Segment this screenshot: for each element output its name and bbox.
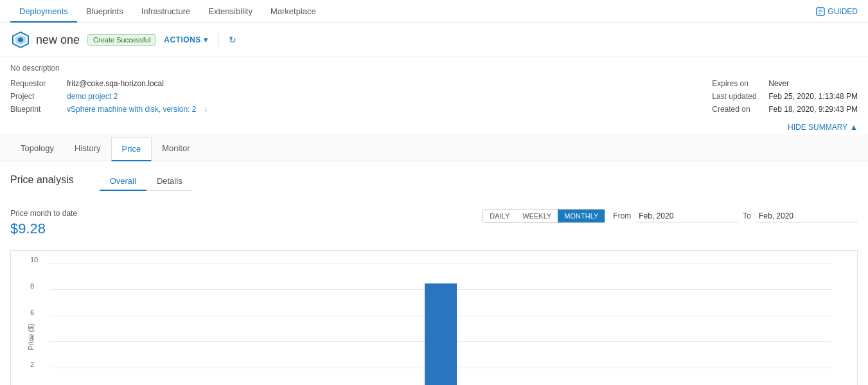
tab-topology[interactable]: Topology — [10, 137, 64, 161]
tab-extensibility[interactable]: Extensibility — [199, 1, 261, 22]
tab-monitor[interactable]: Monitor — [152, 137, 200, 161]
last-updated-value: Feb 25, 2020, 1:13:48 PM — [768, 92, 858, 101]
y-tick-10: 10 — [30, 256, 38, 264]
tab-blueprints[interactable]: Blueprints — [77, 1, 132, 22]
content-tabs: Topology History Price Monitor — [0, 136, 868, 161]
tab-history[interactable]: History — [64, 137, 111, 161]
logo-icon — [10, 30, 31, 50]
last-updated-row: Last updated Feb 25, 2020, 1:13:48 PM — [712, 92, 858, 101]
divider — [218, 33, 218, 46]
price-value: $9.28 — [10, 220, 87, 237]
daily-button[interactable]: DAILY — [483, 210, 516, 222]
to-label: To — [743, 211, 751, 220]
summary-right-fields: Expires on Never Last updated Feb 25, 20… — [712, 79, 858, 114]
status-badge: Create Successful — [87, 34, 156, 46]
y-tick-4: 4 — [30, 334, 34, 342]
price-month-to-date: Price month to date $9.28 — [10, 209, 87, 237]
chart-bar-feb2020 — [425, 283, 457, 385]
chevron-down-icon: ▾ — [204, 35, 208, 44]
tab-infrastructure[interactable]: Infrastructure — [132, 1, 200, 22]
summary-section: No description Requestor fritz@coke.sqa-… — [0, 57, 868, 136]
logo: new one — [10, 30, 80, 50]
tab-marketplace[interactable]: Marketplace — [261, 1, 325, 22]
y-tick-6: 6 — [30, 309, 34, 316]
price-controls: Price month to date $9.28 DAILY WEEKLY M… — [10, 209, 858, 237]
project-link[interactable]: demo project 2 — [67, 92, 118, 101]
date-range: From To — [613, 210, 858, 222]
blueprint-link[interactable]: vSphere machine with disk, version: 2 — [67, 105, 196, 114]
to-date-input[interactable] — [756, 210, 858, 222]
y-tick-8: 8 — [30, 282, 34, 290]
expires-row: Expires on Never — [712, 79, 858, 88]
period-buttons: DAILY WEEKLY MONTHLY — [483, 209, 605, 223]
subtab-overall[interactable]: Overall — [100, 172, 146, 191]
actions-button[interactable]: ACTIONS ▾ — [164, 35, 208, 44]
tab-deployments[interactable]: Deployments — [10, 1, 77, 22]
page-title: Price analysis — [10, 174, 74, 186]
top-nav-tabs: Deployments Blueprints Infrastructure Ex… — [10, 1, 325, 22]
from-date-input[interactable] — [636, 210, 738, 222]
project-row: Project demo project 2 — [10, 92, 208, 101]
price-label: Price month to date — [10, 209, 87, 218]
requestor-row: Requestor fritz@coke.sqa-horizon.local — [10, 79, 208, 88]
refresh-button[interactable]: ↻ — [229, 35, 236, 45]
top-navigation: Deployments Blueprints Infrastructure Ex… — [0, 0, 868, 23]
blueprint-row: Blueprint vSphere machine with disk, ver… — [10, 105, 208, 114]
guided-button[interactable]: GUIDED — [816, 7, 858, 16]
chevron-up-icon: ▲ — [850, 123, 858, 132]
created-on-row: Created on Feb 18, 2020, 9:29:43 PM — [712, 105, 858, 114]
main-content: Price analysis Overall Details Price mon… — [0, 161, 868, 385]
y-tick-2: 2 — [30, 361, 34, 368]
sub-tabs: Overall Details — [100, 172, 193, 191]
requestor-value: fritz@coke.sqa-horizon.local — [67, 79, 164, 88]
hide-summary-button[interactable]: HIDE SUMMARY ▲ — [10, 119, 858, 136]
from-label: From — [613, 211, 631, 220]
download-icon: ↓ — [204, 105, 208, 114]
tab-price[interactable]: Price — [111, 137, 152, 161]
chart-area: Price ($) 0 2 4 6 8 — [49, 264, 831, 385]
expires-value: Never — [768, 79, 789, 88]
chart-controls: DAILY WEEKLY MONTHLY From To — [483, 209, 858, 223]
logo-text: new one — [36, 33, 80, 47]
bar-area — [49, 264, 831, 385]
no-description: No description — [10, 64, 858, 73]
subtab-details[interactable]: Details — [146, 172, 193, 191]
created-on-value: Feb 18, 2020, 9:29:43 PM — [768, 105, 858, 114]
weekly-button[interactable]: WEEKLY — [516, 210, 558, 222]
header-bar: new one Create Successful ACTIONS ▾ ↻ — [0, 23, 868, 57]
guided-icon — [816, 7, 825, 16]
chart-container: Price ($) 0 2 4 6 8 — [10, 250, 858, 385]
monthly-button[interactable]: MONTHLY — [558, 210, 605, 222]
summary-left-fields: Requestor fritz@coke.sqa-horizon.local P… — [10, 79, 208, 114]
